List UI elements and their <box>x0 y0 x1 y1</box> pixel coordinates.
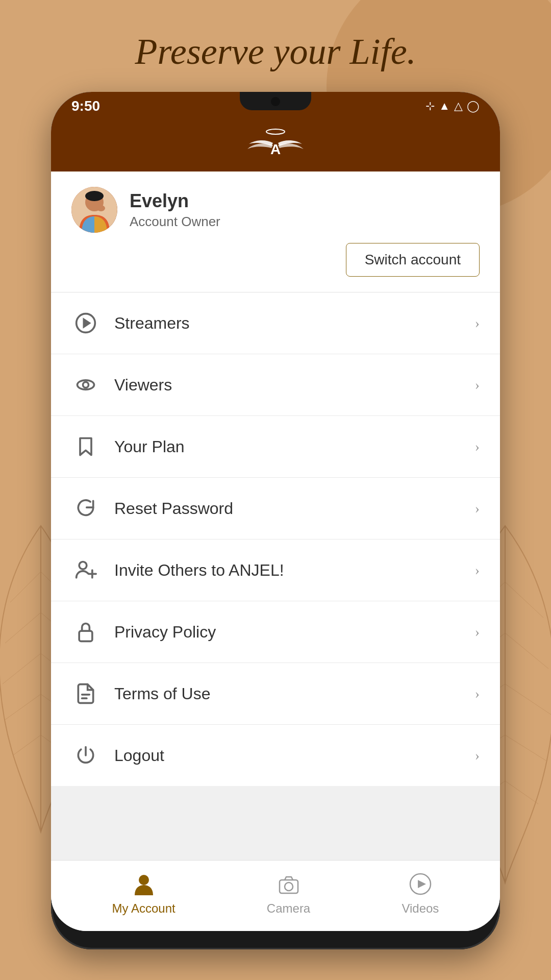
menu-item-streamers[interactable]: Streamers › <box>51 292 500 354</box>
phone-screen: 9:50 ⊹ ▲ △ ◯ <box>51 92 500 931</box>
app-header: A <box>51 118 500 172</box>
bottom-nav: My Account Camera <box>51 860 500 931</box>
battery-icon: ◯ <box>467 100 480 113</box>
menu-item-invite[interactable]: Invite Others to ANJEL! › <box>51 540 500 601</box>
person-add-icon <box>71 556 100 584</box>
user-role: Account Owner <box>130 214 220 230</box>
status-icons: ⊹ ▲ △ ◯ <box>425 100 480 113</box>
nav-item-camera[interactable]: Camera <box>267 871 310 916</box>
nav-item-videos[interactable]: Videos <box>402 871 439 916</box>
switch-account-button[interactable]: Switch account <box>346 243 480 277</box>
signal-bars-icon: ▲ <box>439 100 450 113</box>
chevron-right-icon: › <box>475 315 480 331</box>
svg-text:A: A <box>270 141 281 157</box>
status-time: 9:50 <box>71 98 100 114</box>
terms-of-use-label: Terms of Use <box>114 684 475 703</box>
logout-label: Logout <box>114 746 475 765</box>
chevron-right-icon: › <box>475 500 480 517</box>
camera-icon <box>276 871 302 897</box>
your-plan-label: Your Plan <box>114 437 475 456</box>
play-icon <box>407 871 434 897</box>
menu-item-logout[interactable]: Logout › <box>51 725 500 786</box>
document-icon <box>71 679 100 708</box>
svg-point-31 <box>83 382 89 388</box>
avatar <box>71 187 117 233</box>
phone-device: 9:50 ⊹ ▲ △ ◯ <box>51 92 500 949</box>
streamers-label: Streamers <box>114 314 475 333</box>
svg-rect-35 <box>79 631 92 641</box>
svg-line-5 <box>3 653 41 684</box>
svg-marker-29 <box>84 320 89 327</box>
eye-icon <box>71 371 100 399</box>
svg-marker-42 <box>418 880 426 888</box>
power-icon <box>71 741 100 770</box>
sim-icon: △ <box>454 100 463 113</box>
invite-label: Invite Others to ANJEL! <box>114 561 475 580</box>
menu-list: Streamers › Viewers › <box>51 292 500 786</box>
chevron-right-icon: › <box>475 377 480 393</box>
svg-line-1 <box>10 572 41 602</box>
my-account-nav-label: My Account <box>112 901 176 916</box>
svg-line-13 <box>505 582 543 618</box>
user-details: Evelyn Account Owner <box>130 190 220 230</box>
menu-item-reset-password[interactable]: Reset Password › <box>51 478 500 540</box>
chevron-right-icon: › <box>475 438 480 455</box>
videos-nav-label: Videos <box>402 901 439 916</box>
svg-point-38 <box>139 875 149 885</box>
svg-point-32 <box>79 562 87 570</box>
svg-point-40 <box>285 883 293 891</box>
play-circle-icon <box>71 309 100 337</box>
person-icon <box>131 871 157 897</box>
menu-item-terms[interactable]: Terms of Use › <box>51 663 500 725</box>
viewers-label: Viewers <box>114 376 475 395</box>
bookmark-icon <box>71 432 100 461</box>
reset-password-label: Reset Password <box>114 499 475 518</box>
app-logo-svg: A <box>245 129 306 159</box>
page-title: Preserve your Life. <box>0 31 551 73</box>
svg-line-7 <box>5 694 41 720</box>
svg-point-22 <box>266 129 285 134</box>
user-info-row: Evelyn Account Owner <box>71 187 480 233</box>
chevron-right-icon: › <box>475 562 480 578</box>
privacy-policy-label: Privacy Policy <box>114 623 475 642</box>
chevron-right-icon: › <box>475 685 480 702</box>
lock-icon <box>71 618 100 646</box>
menu-item-viewers[interactable]: Viewers › <box>51 354 500 416</box>
svg-line-3 <box>5 612 41 643</box>
svg-line-21 <box>505 781 538 804</box>
svg-line-19 <box>505 735 546 761</box>
user-section: Evelyn Account Owner Switch account <box>51 172 500 292</box>
signal-icon: ⊹ <box>425 100 435 113</box>
app-logo: A <box>245 129 306 159</box>
phone-notch <box>240 92 311 110</box>
menu-item-your-plan[interactable]: Your Plan › <box>51 416 500 478</box>
svg-point-26 <box>85 191 104 201</box>
svg-line-15 <box>505 633 548 669</box>
user-name: Evelyn <box>130 190 220 212</box>
camera-nav-label: Camera <box>267 901 310 916</box>
nav-item-my-account[interactable]: My Account <box>112 871 176 916</box>
chevron-right-icon: › <box>475 747 480 764</box>
svg-line-9 <box>13 735 41 755</box>
svg-line-17 <box>505 684 551 715</box>
refresh-icon <box>71 494 100 523</box>
chevron-right-icon: › <box>475 624 480 640</box>
menu-item-privacy[interactable]: Privacy Policy › <box>51 601 500 663</box>
gray-spacer <box>51 786 500 860</box>
svg-point-27 <box>97 205 105 211</box>
